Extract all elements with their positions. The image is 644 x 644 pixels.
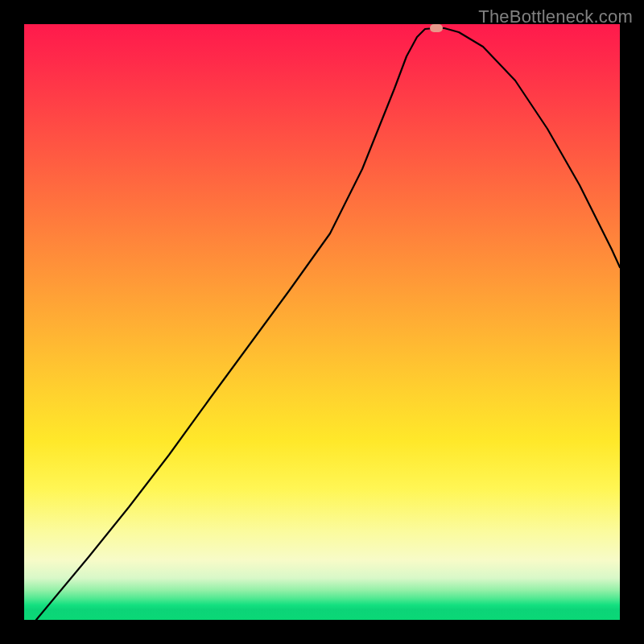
optimal-point-marker xyxy=(430,24,443,32)
gradient-background xyxy=(24,24,620,620)
chart-container: TheBottleneck.com xyxy=(0,0,644,644)
chart-plot-area xyxy=(24,24,620,620)
